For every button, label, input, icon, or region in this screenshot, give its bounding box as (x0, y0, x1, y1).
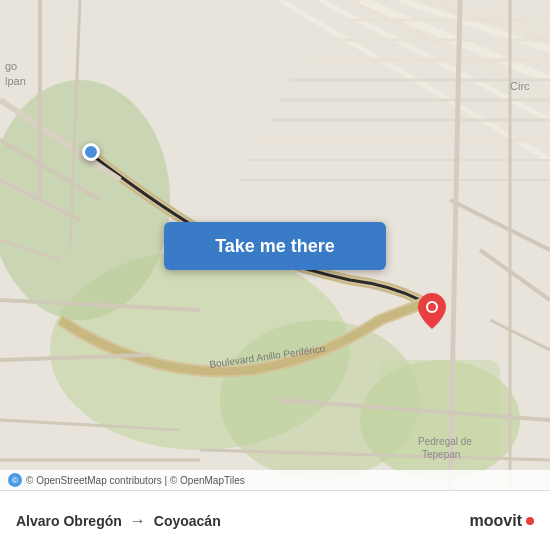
destination-marker (418, 293, 446, 333)
route-info: Alvaro Obregón → Coyoacán (16, 512, 221, 530)
osm-logo: © (8, 473, 22, 487)
bottom-bar: Alvaro Obregón → Coyoacán moovit (0, 490, 550, 550)
map-attribution: © © OpenStreetMap contributors | © OpenM… (0, 470, 550, 490)
route-arrow: → (130, 512, 146, 530)
moovit-brand-dot (526, 517, 534, 525)
moovit-logo: moovit (470, 512, 534, 530)
svg-text:go: go (5, 60, 17, 72)
svg-text:Tepepan: Tepepan (422, 449, 460, 460)
origin-marker (82, 143, 100, 161)
moovit-brand-text: moovit (470, 512, 522, 530)
svg-point-46 (428, 303, 436, 311)
take-me-there-button[interactable]: Take me there (164, 222, 386, 270)
attribution-text: © OpenStreetMap contributors | © OpenMap… (26, 475, 245, 486)
map-container: Boulevard Anillo Periférico Circ go lpan… (0, 0, 550, 490)
svg-text:lpan: lpan (5, 75, 26, 87)
route-destination: Coyoacán (154, 513, 221, 529)
svg-text:Circ: Circ (510, 80, 530, 92)
route-origin: Alvaro Obregón (16, 513, 122, 529)
svg-text:Pedregal de: Pedregal de (418, 436, 472, 447)
